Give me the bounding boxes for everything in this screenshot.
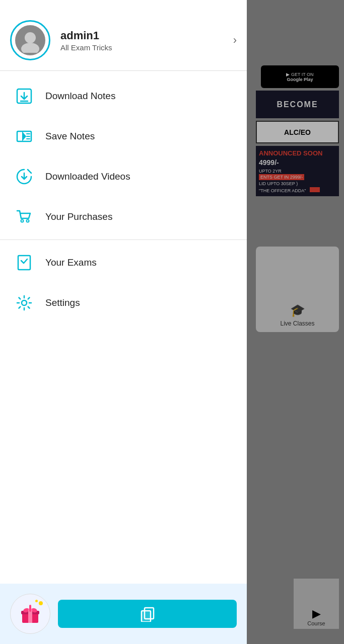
menu-item-downloaded-videos[interactable]: Downloaded Videos: [0, 156, 247, 197]
gift-icon-container: [10, 594, 50, 634]
menu-section: Download Notes Save Notes: [0, 71, 247, 584]
chevron-right-icon: ›: [233, 34, 237, 47]
drawer-header[interactable]: admin1 All Exam Tricks ›: [0, 0, 247, 71]
copy-button[interactable]: [58, 600, 237, 628]
user-subtitle: All Exam Tricks: [60, 43, 228, 52]
svg-point-0: [25, 32, 36, 43]
navigation-drawer: admin1 All Exam Tricks › Download Notes: [0, 0, 247, 644]
svg-rect-19: [29, 605, 31, 612]
purchases-icon: [14, 207, 34, 227]
download-notes-label: Download Notes: [45, 91, 115, 102]
your-purchases-label: Your Purchases: [45, 211, 112, 222]
gift-icon: [19, 603, 41, 625]
sparkle-icon: [39, 601, 43, 605]
menu-item-settings[interactable]: Settings: [0, 283, 247, 323]
save-notes-label: Save Notes: [45, 131, 95, 142]
avatar-container: [10, 20, 50, 60]
menu-item-download-notes[interactable]: Download Notes: [0, 76, 247, 116]
downloaded-videos-icon: [14, 167, 34, 187]
your-exams-label: Your Exams: [45, 257, 97, 268]
menu-item-your-purchases[interactable]: Your Purchases: [0, 197, 247, 237]
settings-icon: [14, 293, 34, 313]
drawer-bottom: [0, 584, 247, 644]
avatar: [15, 25, 45, 55]
download-notes-icon: [14, 86, 34, 106]
menu-item-save-notes[interactable]: Save Notes: [0, 116, 247, 156]
svg-point-9: [21, 220, 24, 222]
copy-icon: [140, 606, 156, 622]
exams-icon: [14, 253, 34, 273]
sparkle-icon-2: [35, 600, 38, 602]
svg-point-12: [22, 300, 27, 305]
downloaded-videos-label: Downloaded Videos: [45, 171, 130, 182]
user-avatar-icon: [18, 28, 43, 53]
menu-divider-1: [0, 239, 247, 240]
user-info: admin1 All Exam Tricks: [60, 29, 228, 52]
svg-marker-5: [22, 131, 26, 141]
user-name: admin1: [60, 29, 228, 42]
menu-item-your-exams[interactable]: Your Exams: [0, 243, 247, 283]
svg-point-10: [27, 220, 29, 222]
svg-rect-22: [142, 611, 151, 622]
settings-label: Settings: [45, 297, 80, 308]
save-notes-icon: [14, 126, 34, 146]
svg-point-1: [21, 43, 39, 53]
